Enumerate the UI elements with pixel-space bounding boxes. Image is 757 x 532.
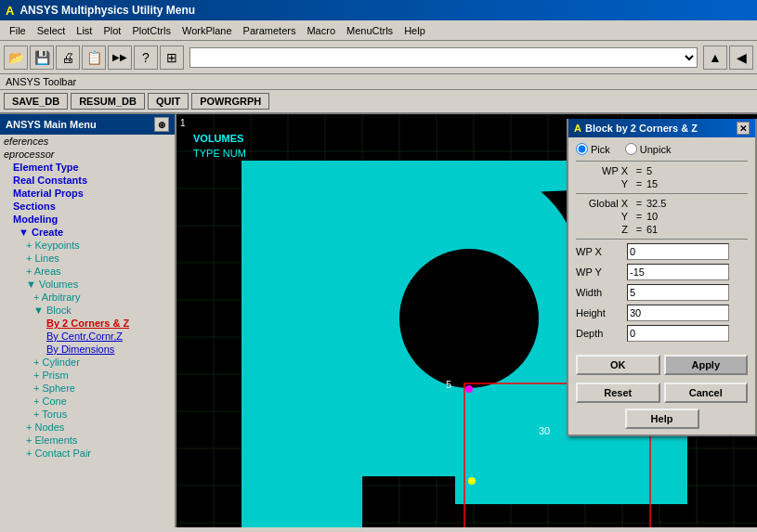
scroll-left-button[interactable]: ◀ (729, 45, 753, 70)
tree-item-torus[interactable]: + Torus (0, 408, 175, 421)
app-title: ANSYS Multiphysics Utility Menu (20, 4, 195, 17)
tree-item-eferences[interactable]: eferences (0, 135, 175, 148)
wp-x-eq: = (632, 165, 646, 176)
tree-item-sphere[interactable]: + Sphere (0, 382, 175, 395)
tree-item-nodes[interactable]: + Nodes (0, 421, 175, 434)
tree-item-modeling[interactable]: Modeling (0, 213, 175, 226)
tree-item-real-constants[interactable]: Real Constants (0, 174, 175, 187)
tree-item-arbitrary[interactable]: + Arbitrary (0, 291, 175, 304)
global-x-label: Global X (576, 198, 632, 209)
tree-item-block[interactable]: ▼ Block (0, 304, 175, 317)
cancel-button[interactable]: Cancel (664, 383, 749, 403)
wp-x-row: WP X = 5 (576, 165, 748, 176)
menu-help[interactable]: Help (398, 23, 431, 38)
new-button[interactable]: 📂 (4, 45, 28, 70)
height-input-row: Height (576, 305, 748, 321)
tree-item-sections[interactable]: Sections (0, 200, 175, 213)
tree-item-contact-pair[interactable]: + Contact Pair (0, 447, 175, 460)
help-button[interactable]: Help (625, 409, 699, 429)
dialog-close-button[interactable]: ✕ (737, 122, 750, 135)
viewport-type-label: TYPE NUM (193, 148, 246, 159)
ansys-toolbar-buttons: SAVE_DB RESUM_DB QUIT POWRGRPH (0, 90, 757, 114)
global-y-val: 10 (646, 211, 693, 222)
tree-item-create[interactable]: ▼ Create (0, 226, 175, 239)
reset-button[interactable]: Reset (576, 383, 660, 403)
menu-select[interactable]: Select (32, 23, 72, 38)
tree-item-by2corners[interactable]: By 2 Corners & Z (0, 317, 175, 330)
width-input-label: Width (576, 287, 627, 298)
quit-button[interactable]: QUIT (148, 93, 189, 110)
wp-y-input[interactable] (627, 264, 729, 280)
menu-list[interactable]: List (71, 23, 98, 38)
wp-x-label: WP X (576, 165, 632, 176)
resum-db-button[interactable]: RESUM_DB (71, 93, 145, 110)
menu-workplane[interactable]: WorkPlane (176, 23, 238, 38)
z-row: Z = 61 (576, 224, 748, 235)
grid-button[interactable]: ⊞ (160, 45, 184, 70)
height-input[interactable] (627, 305, 729, 321)
pick-radio-label[interactable]: Pick (576, 143, 610, 155)
tree-item-eprocessor[interactable]: eprocessor (0, 148, 175, 161)
global-y-eq: = (632, 211, 646, 222)
menu-macro[interactable]: Macro (301, 23, 341, 38)
width-input[interactable] (627, 284, 729, 301)
tree-item-elements[interactable]: + Elements (0, 434, 175, 447)
viewport-volumes-label: VOLUMES (193, 133, 243, 144)
main-area: ANSYS Main Menu ⊛ eferences eprocessor E… (0, 114, 757, 527)
pick-unpick-row: Pick Unpick (576, 143, 748, 155)
z-label: Z (576, 224, 632, 235)
viewport: 1 VOLUMES TYPE NUM A Block by 2 Corners … (176, 114, 757, 527)
tree-item-keypoints[interactable]: + Keypoints (0, 239, 175, 252)
wp-y-label: Y (576, 178, 632, 189)
dialog-icon: A (574, 123, 581, 134)
pick-radio[interactable] (576, 143, 588, 155)
menu-file[interactable]: File (4, 23, 32, 38)
unpick-radio[interactable] (625, 143, 637, 155)
width-input-row: Width (576, 284, 748, 301)
menu-parameters[interactable]: Parameters (238, 23, 302, 38)
tree-item-element-type[interactable]: Element Type (0, 161, 175, 174)
print-button[interactable]: 🖨 (56, 45, 80, 70)
toolbar-dropdown[interactable] (189, 47, 698, 68)
global-y-label: Y (576, 211, 632, 222)
menu-menuctrls[interactable]: MenuCtrls (341, 23, 398, 38)
tree-item-areas[interactable]: + Areas (0, 265, 175, 278)
tree-item-volumes[interactable]: ▼ Volumes (0, 278, 175, 291)
global-x-eq: = (632, 198, 646, 209)
copy-button[interactable]: 📋 (82, 45, 106, 70)
tree-item-lines[interactable]: + Lines (0, 252, 175, 265)
tree-item-bydimensions[interactable]: By Dimensions (0, 343, 175, 356)
unpick-radio-label[interactable]: Unpick (625, 143, 672, 155)
tree-item-material-props[interactable]: Material Props (0, 187, 175, 200)
help-button[interactable]: ? (134, 45, 158, 70)
wp-x-val: 5 (646, 165, 693, 176)
save-db-button[interactable]: SAVE_DB (4, 93, 68, 110)
ok-button[interactable]: OK (576, 355, 660, 375)
apply-button[interactable]: Apply (664, 355, 749, 375)
depth-input-row: Depth (576, 325, 748, 342)
wp-x-input[interactable] (627, 243, 729, 260)
toolbar-right-buttons: ▲ ◀ (703, 45, 753, 70)
left-panel-title: ANSYS Main Menu ⊛ (0, 114, 175, 135)
run-button[interactable]: ▶▶ (108, 45, 132, 70)
collapse-button[interactable]: ⊛ (154, 117, 169, 132)
depth-input[interactable] (627, 325, 729, 342)
menu-plotctrls[interactable]: PlotCtrls (126, 23, 176, 38)
depth-input-label: Depth (576, 328, 627, 339)
tree-item-cylinder[interactable]: + Cylinder (0, 356, 175, 369)
tree-item-prism[interactable]: + Prism (0, 369, 175, 382)
scroll-up-button[interactable]: ▲ (703, 45, 727, 70)
tree-item-cone[interactable]: + Cone (0, 395, 175, 408)
toolbar: 📂 💾 🖨 📋 ▶▶ ? ⊞ ▲ ◀ (0, 41, 757, 74)
wp-y-row: Y = 15 (576, 178, 748, 189)
ansys-toolbar-label: ANSYS Toolbar (0, 74, 757, 90)
menu-plot[interactable]: Plot (98, 23, 126, 38)
save-button[interactable]: 💾 (30, 45, 54, 70)
pick-label: Pick (591, 144, 610, 155)
tree-scroll[interactable]: eferences eprocessor Element Type Real C… (0, 135, 175, 527)
powrgrph-button[interactable]: POWRGRPH (191, 93, 269, 110)
left-panel-title-text: ANSYS Main Menu (6, 119, 97, 130)
wp-y-val: 15 (646, 178, 693, 189)
z-eq: = (632, 224, 646, 235)
tree-item-bycentr[interactable]: By Centr,Cornr,Z (0, 330, 175, 343)
